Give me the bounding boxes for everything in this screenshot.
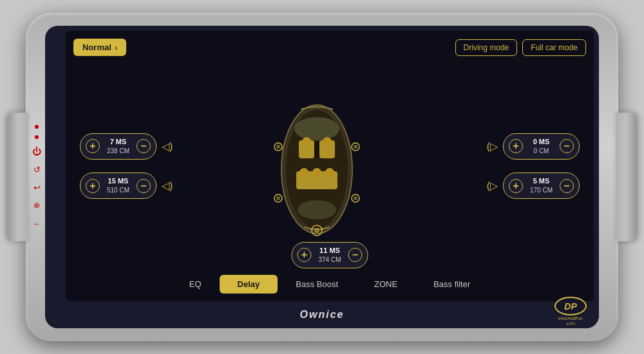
back-button-1[interactable]: ↺ <box>31 163 43 175</box>
rear-right-plus-button[interactable]: + <box>509 179 523 193</box>
sub-cm: 374 CM <box>316 256 345 265</box>
front-left-plus-button[interactable]: + <box>86 139 100 153</box>
full-car-mode-button[interactable]: Full car mode <box>522 39 586 56</box>
svg-point-14 <box>276 145 280 149</box>
bottom-bar: Ownice <box>45 301 599 328</box>
device-outer: ⏻ ↺ ↩ ⊕ ← Normal › Driving mode Full car… <box>26 13 618 341</box>
front-left-control-row: + 7 MS 238 CM − ◁) <box>80 133 173 160</box>
led-wifi <box>35 125 39 129</box>
top-right-buttons: Driving mode Full car mode <box>455 39 586 56</box>
sub-values: 11 MS 374 CM <box>316 246 345 265</box>
front-right-values: 0 MS 0 CM <box>527 137 556 156</box>
left-delay-controls: + 7 MS 238 CM − ◁) <box>80 133 173 200</box>
front-right-plus-button[interactable]: + <box>509 139 523 153</box>
rear-right-speaker-icon: (▷ <box>487 180 498 192</box>
svg-point-2 <box>294 117 339 140</box>
device-body: Normal › Driving mode Full car mode <box>45 26 599 328</box>
rear-left-values: 15 MS 510 CM <box>104 176 133 195</box>
brand-label: Ownice <box>300 309 345 321</box>
controls-wrapper: + 7 MS 238 CM − ◁) <box>73 62 586 270</box>
rear-right-values: 5 MS 170 CM <box>527 176 556 195</box>
main-screen: Normal › Driving mode Full car mode <box>66 31 594 301</box>
left-control-strip: ⏻ ↺ ↩ ⊕ ← <box>31 125 43 229</box>
front-left-values: 7 MS 238 CM <box>104 137 133 156</box>
normal-mode-button[interactable]: Normal › <box>73 39 126 56</box>
front-right-ms: 0 MS <box>527 137 556 147</box>
svg-point-10 <box>299 168 308 177</box>
rear-left-control-row: + 15 MS 510 CM − ◁) <box>80 172 173 199</box>
car-top-view-svg <box>265 95 368 243</box>
rear-left-speaker-icon: ◁) <box>162 180 173 192</box>
svg-point-11 <box>312 168 321 177</box>
badge-circle: DP <box>554 297 587 315</box>
front-left-delay-control: + 7 MS 238 CM − <box>80 133 156 160</box>
logo-badge: DP ĐĂNGPHƯƠNG AUTO <box>551 297 590 326</box>
sub-control-row: + 11 MS 374 CM − <box>292 242 368 268</box>
tab-eq[interactable]: EQ <box>171 275 220 293</box>
tab-bar: EQ Delay Bass Boost ZONE Bass filter <box>73 275 586 293</box>
front-right-control-row: (▷ + 0 MS 0 CM − <box>487 133 580 160</box>
sub-minus-button[interactable]: − <box>348 248 363 262</box>
rear-right-ms: 5 MS <box>527 176 556 186</box>
svg-point-22 <box>314 228 319 233</box>
rear-right-delay-control: + 5 MS 170 CM − <box>503 172 580 199</box>
rear-left-delay-control: + 15 MS 510 CM − <box>80 172 156 199</box>
front-left-minus-button[interactable]: − <box>137 139 151 153</box>
top-row: Normal › Driving mode Full car mode <box>73 39 586 56</box>
mode-label: Normal <box>82 42 111 52</box>
front-left-speaker-icon: ◁) <box>162 140 173 153</box>
badge-subtext-2: AUTO <box>566 322 575 326</box>
settings-button[interactable]: ⊕ <box>31 200 43 211</box>
svg-point-20 <box>354 196 357 200</box>
main-content-area: + 7 MS 238 CM − ◁) <box>73 62 586 270</box>
driving-mode-button[interactable]: Driving mode <box>455 39 518 56</box>
tab-zone[interactable]: ZONE <box>356 275 415 293</box>
svg-point-3 <box>298 200 336 219</box>
rear-right-minus-button[interactable]: − <box>560 179 574 193</box>
mode-arrow-icon: › <box>115 44 118 51</box>
sub-delay-control: + 11 MS 374 CM − <box>292 242 368 268</box>
rear-left-ms: 15 MS <box>104 176 133 186</box>
sub-ms: 11 MS <box>316 246 345 256</box>
tab-bass-boost[interactable]: Bass Boost <box>278 275 356 293</box>
car-visualization <box>265 95 394 237</box>
front-right-minus-button[interactable]: − <box>560 139 574 153</box>
front-right-cm: 0 CM <box>527 147 556 156</box>
svg-rect-7 <box>314 142 319 157</box>
front-left-cm: 238 CM <box>104 147 133 156</box>
back-button-2[interactable]: ↩ <box>31 182 43 193</box>
right-delay-controls: (▷ + 0 MS 0 CM − <box>487 133 580 200</box>
badge-initials: DP <box>564 301 576 312</box>
tab-delay[interactable]: Delay <box>220 275 278 293</box>
rear-left-cm: 510 CM <box>104 186 133 195</box>
sub-plus-button[interactable]: + <box>298 248 312 262</box>
rear-right-control-row: (▷ + 5 MS 170 CM − <box>487 172 580 199</box>
svg-point-9 <box>323 137 332 146</box>
tab-bass-filter[interactable]: Bass filter <box>415 275 488 293</box>
svg-point-12 <box>325 168 334 177</box>
led-status <box>35 135 39 139</box>
svg-point-8 <box>302 137 311 146</box>
front-left-ms: 7 MS <box>104 137 133 147</box>
rear-left-plus-button[interactable]: + <box>86 179 100 193</box>
power-button[interactable]: ⏻ <box>31 145 43 157</box>
back-button-3[interactable]: ← <box>31 218 43 229</box>
rear-left-minus-button[interactable]: − <box>137 179 151 193</box>
svg-point-18 <box>354 145 357 149</box>
front-right-speaker-icon: (▷ <box>487 140 498 153</box>
svg-point-16 <box>276 196 280 200</box>
badge-subtext-1: ĐĂNGPHƯƠNG <box>558 317 583 321</box>
rear-right-cm: 170 CM <box>527 186 556 195</box>
front-right-delay-control: + 0 MS 0 CM − <box>503 133 580 160</box>
